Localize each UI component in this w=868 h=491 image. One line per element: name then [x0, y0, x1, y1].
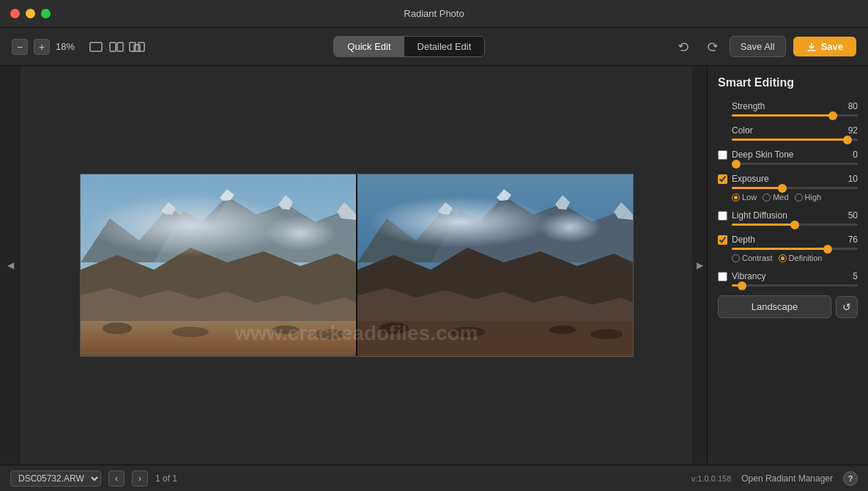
toolbar-center: Quick Edit Detailed Edit: [152, 36, 667, 57]
save-all-button[interactable]: Save All: [730, 36, 786, 57]
single-view-icon[interactable]: [88, 39, 104, 55]
right-panel-toggle[interactable]: ▶: [692, 66, 707, 465]
depth-radio-definition[interactable]: Definition: [779, 254, 823, 262]
toolbar-left: − + 18%: [12, 39, 145, 55]
vibrancy-value: 5: [840, 271, 858, 281]
strength-slider-row: Strength 80: [718, 101, 858, 117]
deep-skin-tone-label: Deep Skin Tone: [732, 149, 836, 160]
zoom-out-button[interactable]: −: [12, 39, 28, 55]
content-area: ◀: [0, 66, 868, 465]
light-diffusion-fill: [732, 224, 795, 226]
depth-radio-contrast[interactable]: Contrast: [732, 254, 773, 262]
svg-point-31: [449, 327, 486, 337]
depth-contrast-dot[interactable]: [732, 254, 740, 262]
exposure-radio-high[interactable]: High: [795, 193, 822, 202]
color-track[interactable]: [732, 139, 858, 141]
vibrancy-label: Vibrancy: [732, 271, 836, 281]
svg-rect-3: [130, 43, 136, 51]
version-text: v:1.0.0.158: [691, 474, 731, 483]
exposure-low-dot[interactable]: [732, 193, 740, 202]
panel-title: Smart Editing: [718, 76, 858, 89]
save-button[interactable]: Save: [793, 37, 856, 56]
open-manager-button[interactable]: Open Radiant Manager: [741, 473, 833, 484]
main-toolbar: − + 18% Quick Edit Detailed Edit Save Al…: [0, 28, 868, 66]
depth-checkbox[interactable]: [718, 235, 727, 245]
exposure-track[interactable]: [732, 187, 858, 189]
compare-view-icon[interactable]: [129, 39, 145, 55]
svg-rect-20: [357, 174, 633, 356]
redo-button[interactable]: [702, 37, 722, 57]
svg-point-18: [272, 325, 299, 334]
exposure-slider-row: Exposure 10 Low Med: [718, 174, 858, 202]
svg-rect-29: [357, 321, 633, 356]
vibrancy-thumb[interactable]: [738, 281, 746, 290]
svg-marker-12: [337, 202, 356, 220]
preset-row: Landscape ↺: [718, 295, 858, 318]
svg-rect-15: [81, 321, 356, 356]
depth-definition-label: Definition: [789, 254, 823, 262]
svg-point-30: [379, 322, 409, 334]
depth-value: 76: [840, 235, 858, 245]
vibrancy-track-container: [718, 284, 858, 287]
svg-rect-4: [134, 45, 140, 51]
undo-button[interactable]: [674, 37, 694, 57]
color-label: Color: [732, 125, 836, 136]
minimize-button[interactable]: [26, 9, 35, 18]
edit-tabs: Quick Edit Detailed Edit: [333, 36, 485, 57]
depth-slider-row: Depth 76 Contrast Defin: [718, 235, 858, 262]
reset-button[interactable]: ↺: [836, 296, 858, 318]
deep-skin-tone-checkbox[interactable]: [718, 150, 727, 160]
exposure-med-dot[interactable]: [763, 193, 771, 202]
light-diffusion-label: Light Diffusion: [732, 210, 836, 221]
save-label: Save: [821, 41, 843, 52]
exposure-radio-med[interactable]: Med: [763, 193, 788, 202]
zoom-in-button[interactable]: +: [34, 39, 50, 55]
window-controls: [10, 9, 51, 18]
detailed-edit-tab[interactable]: Detailed Edit: [404, 37, 485, 56]
photo-compare-container: [80, 174, 634, 357]
deep-skin-tone-thumb[interactable]: [732, 160, 741, 169]
svg-marker-11: [278, 195, 293, 210]
depth-fill: [732, 248, 828, 250]
depth-track[interactable]: [732, 248, 858, 250]
prev-button[interactable]: ‹: [108, 470, 125, 487]
help-button[interactable]: ?: [843, 471, 858, 486]
next-button[interactable]: ›: [132, 470, 148, 487]
deep-skin-tone-value: 0: [840, 149, 858, 160]
left-panel-toggle[interactable]: ◀: [0, 66, 21, 465]
svg-rect-0: [90, 43, 102, 51]
svg-marker-10: [161, 202, 176, 215]
quick-edit-tab[interactable]: Quick Edit: [334, 37, 404, 56]
strength-fill: [732, 114, 833, 117]
depth-thumb[interactable]: [823, 245, 832, 254]
exposure-fill: [732, 187, 782, 189]
light-diffusion-checkbox[interactable]: [718, 211, 727, 221]
exposure-radio-row: Low Med High: [718, 193, 858, 202]
light-diffusion-thumb[interactable]: [790, 221, 799, 229]
exposure-thumb[interactable]: [778, 184, 787, 193]
close-button[interactable]: [10, 9, 20, 18]
landscape-preset-button[interactable]: Landscape: [718, 295, 831, 318]
split-view-icon[interactable]: [108, 39, 125, 55]
app-title: Radiant Photo: [404, 8, 464, 19]
zoom-level: 18%: [56, 41, 78, 52]
svg-point-16: [103, 322, 132, 334]
deep-skin-tone-track[interactable]: [732, 163, 858, 165]
color-thumb[interactable]: [843, 136, 852, 144]
svg-marker-26: [614, 202, 633, 220]
depth-definition-dot[interactable]: [779, 254, 787, 262]
light-diffusion-track[interactable]: [732, 224, 858, 226]
strength-track[interactable]: [732, 114, 858, 117]
strength-thumb[interactable]: [828, 111, 837, 120]
light-diffusion-slider-row: Light Diffusion 50: [718, 210, 858, 226]
vibrancy-track[interactable]: [732, 284, 858, 287]
exposure-high-dot[interactable]: [795, 193, 803, 202]
exposure-checkbox[interactable]: [718, 174, 727, 184]
vibrancy-checkbox[interactable]: [718, 272, 727, 281]
left-arrow-icon: ◀: [7, 260, 14, 270]
svg-marker-21: [357, 196, 633, 262]
exposure-radio-low[interactable]: Low: [732, 193, 757, 202]
exposure-header: Exposure 10: [718, 174, 858, 184]
maximize-button[interactable]: [41, 9, 51, 18]
filename-select[interactable]: DSC05732.ARW: [10, 470, 101, 487]
